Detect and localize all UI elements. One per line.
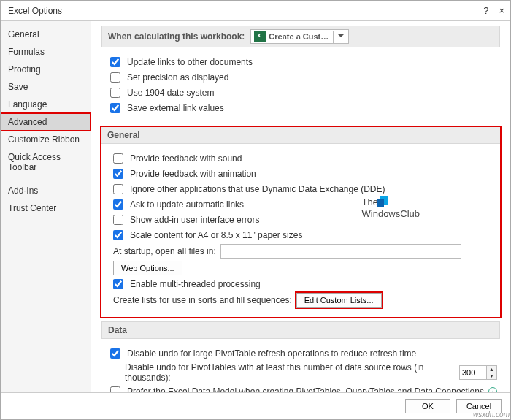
pivot-threshold-spinner[interactable]: ▲▼ <box>459 365 497 380</box>
lbl-set-precision: Set precision as displayed <box>127 72 228 83</box>
chk-show-addin-err[interactable] <box>113 215 123 225</box>
lbl-save-external: Save external link values <box>127 103 224 113</box>
chk-disable-undo-pivot[interactable] <box>110 348 120 359</box>
lbl-scale-content: Scale content for A4 or 8.5 x 11" paper … <box>130 230 302 240</box>
chevron-down-icon <box>333 31 348 43</box>
info-icon[interactable]: i <box>488 387 497 392</box>
dropdown-value: Create a Custom Li... <box>269 32 333 41</box>
chk-ask-update[interactable] <box>113 199 123 210</box>
lbl-show-addin-err: Show add-in user interface errors <box>130 215 259 225</box>
source-watermark: wsxdn.com <box>473 411 510 419</box>
sidebar-item-proofing[interactable]: Proofing <box>1 61 91 78</box>
content-pane: When calculating this workbook: Create a… <box>91 21 510 392</box>
web-options-button[interactable]: Web Options... <box>113 261 182 275</box>
chk-ignore-dde[interactable] <box>113 184 123 194</box>
dialog-footer: OK Cancel <box>1 392 510 419</box>
lbl-enable-mt: Enable multi-threaded processing <box>130 279 261 289</box>
sidebar: General Formulas Proofing Save Language … <box>1 21 91 392</box>
lbl-update-links: Update links to other documents <box>127 57 253 67</box>
section-calc-header: When calculating this workbook: Create a… <box>101 26 500 47</box>
excel-options-dialog: Excel Options ? × General Formulas Proof… <box>0 0 511 420</box>
lbl-feedback-anim: Provide feedback with animation <box>130 169 256 179</box>
spin-down-icon[interactable]: ▼ <box>487 373 496 380</box>
chk-enable-mt[interactable] <box>113 279 123 289</box>
edit-custom-lists-button[interactable]: Edit Custom Lists... <box>296 293 382 308</box>
lbl-ignore-dde: Ignore other applications that use Dynam… <box>130 184 385 194</box>
sidebar-item-quick-access[interactable]: Quick Access Toolbar <box>1 148 91 176</box>
sidebar-item-language[interactable]: Language <box>1 96 91 113</box>
sidebar-item-formulas[interactable]: Formulas <box>1 43 91 61</box>
pivot-threshold-input[interactable] <box>459 365 487 380</box>
chk-save-external[interactable] <box>110 103 120 113</box>
spin-up-icon[interactable]: ▲ <box>487 366 496 373</box>
lbl-use-1904: Use 1904 date system <box>127 88 214 98</box>
lbl-disable-undo-pivot: Disable undo for large PivotTable refres… <box>127 348 416 359</box>
section-data-header: Data <box>101 321 500 339</box>
sidebar-item-customize-ribbon[interactable]: Customize Ribbon <box>1 131 91 148</box>
titlebar: Excel Options ? × <box>1 1 510 21</box>
sidebar-item-trust-center[interactable]: Trust Center <box>1 199 91 217</box>
excel-file-icon <box>254 31 266 42</box>
section-general: General The WindowsClub Provide feedback… <box>101 127 500 317</box>
sidebar-item-general[interactable]: General <box>1 26 91 43</box>
window-title: Excel Options <box>8 6 62 16</box>
chk-feedback-anim[interactable] <box>113 169 123 179</box>
chk-prefer-model[interactable] <box>110 386 120 392</box>
lbl-feedback-sound: Provide feedback with sound <box>130 153 242 164</box>
lbl-pivot-threshold: Disable undo for PivotTables with at lea… <box>125 362 455 383</box>
lbl-startup-path: At startup, open all files in: <box>113 246 216 256</box>
calc-header-label: When calculating this workbook: <box>108 31 245 42</box>
lbl-prefer-model: Prefer the Excel Data Model when creatin… <box>127 386 484 392</box>
chk-feedback-sound[interactable] <box>113 153 123 164</box>
chk-set-precision[interactable] <box>110 72 120 83</box>
section-general-header: General <box>101 127 500 144</box>
ok-button[interactable]: OK <box>405 399 450 413</box>
workbook-dropdown[interactable]: Create a Custom Li... <box>250 29 349 44</box>
sidebar-item-addins[interactable]: Add-Ins <box>1 182 91 199</box>
help-icon[interactable]: ? <box>483 5 488 16</box>
chk-use-1904[interactable] <box>110 88 120 98</box>
startup-path-input[interactable] <box>220 244 461 259</box>
chk-scale-content[interactable] <box>113 230 123 240</box>
lbl-create-lists: Create lists for use in sorts and fill s… <box>113 295 292 305</box>
close-icon[interactable]: × <box>499 5 504 16</box>
sidebar-item-save[interactable]: Save <box>1 78 91 96</box>
lbl-ask-update: Ask to update automatic links <box>130 199 244 210</box>
chk-update-links[interactable] <box>110 57 120 67</box>
sidebar-item-advanced[interactable]: Advanced <box>1 113 91 131</box>
